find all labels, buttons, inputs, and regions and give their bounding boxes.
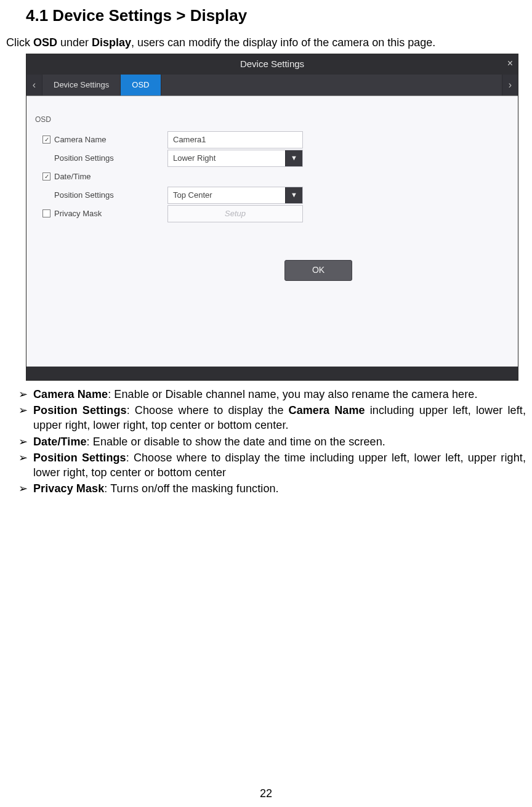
ok-button[interactable]: OK [284,260,352,281]
camera-name-checkbox[interactable]: ✓ [42,136,50,144]
section-heading: 4.1 Device Settings > Display [26,5,526,26]
bullet-camera-name-bold: Camera Name [33,388,108,400]
privacy-mask-label-cell: Privacy Mask [39,208,168,219]
chevron-down-icon[interactable]: ▼ [285,187,302,203]
position1-value: Lower Right [168,150,285,166]
privacy-mask-setup-button: Setup [167,205,303,222]
bullet-text: : Choose where to display the [127,404,289,416]
privacy-mask-checkbox[interactable] [42,209,50,217]
position1-select[interactable]: Lower Right ▼ [167,150,303,167]
intro-text: , users can modify the display info of t… [131,36,435,49]
intro-text: under [57,36,92,49]
device-settings-screenshot: Device Settings × ‹ Device Settings OSD … [26,54,518,380]
position2-label: Position Settings [54,190,114,201]
camera-name-input[interactable]: Camera1 [167,131,303,148]
osd-group-label: OSD [26,115,518,131]
intro-paragraph: Click OSD under Display, users can modif… [6,35,526,50]
datetime-checkbox[interactable]: ✓ [42,172,50,180]
camera-name-label: Camera Name [54,134,107,145]
datetime-label-cell: ✓ Date/Time [39,171,168,182]
position2-select[interactable]: Top Center ▼ [167,187,303,204]
position1-label-cell: Position Settings [39,153,168,164]
window-footer-bar [26,367,518,380]
tabs-scroll-right[interactable]: › [502,75,518,95]
tabs-scroll-left[interactable]: ‹ [26,75,42,95]
bullet-text: : Turns on/off the masking function. [104,482,278,495]
close-icon[interactable]: × [507,57,513,70]
list-item: Position Settings: Choose where to displ… [18,450,526,481]
tab-device-settings[interactable]: Device Settings [42,75,121,95]
intro-text: Click [6,36,33,49]
list-item: Date/Time: Enable or disable to show the… [18,434,526,449]
description-list: Camera Name: Enable or Disable channel n… [6,387,526,497]
datetime-label: Date/Time [54,171,91,182]
camera-name-value: Camera1 [168,132,302,148]
page-number: 22 [0,786,532,801]
bullet-privacy-bold: Privacy Mask [33,482,104,495]
bullet-text: : Enable or Disable channel name, you ma… [108,388,477,400]
intro-bold-osd: OSD [33,36,57,49]
window-title: Device Settings [240,59,304,69]
position2-label-cell: Position Settings [39,190,168,201]
list-item: Position Settings: Choose where to displ… [18,403,526,433]
tab-bar: ‹ Device Settings OSD › [26,75,518,95]
position2-value: Top Center [168,187,285,203]
position1-label: Position Settings [54,153,114,164]
bullet-camera-name-inline-bold: Camera Name [289,404,365,416]
intro-bold-display: Display [92,36,131,49]
camera-name-label-cell: ✓ Camera Name [39,134,168,145]
bullet-position2-bold: Position Settings [33,452,126,464]
bullet-position1-bold: Position Settings [33,404,127,416]
list-item: Camera Name: Enable or Disable channel n… [18,387,526,402]
bullet-datetime-bold: Date/Time [33,436,87,448]
settings-body: OSD ✓ Camera Name Camera1 [26,95,518,367]
list-item: Privacy Mask: Turns on/off the masking f… [18,481,526,496]
tab-osd[interactable]: OSD [121,75,161,95]
bullet-text: : Enable or disable to show the date and… [87,436,385,448]
window-titlebar: Device Settings × [26,54,518,74]
chevron-down-icon[interactable]: ▼ [285,150,302,166]
privacy-mask-label: Privacy Mask [54,208,102,219]
